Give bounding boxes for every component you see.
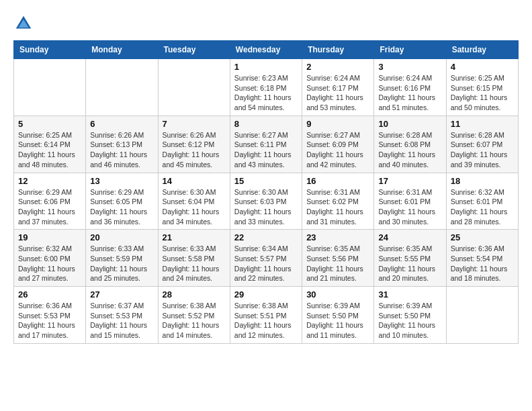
calendar-cell: 13Sunrise: 6:29 AM Sunset: 6:05 PM Dayli… [86, 173, 158, 230]
calendar-cell: 21Sunrise: 6:33 AM Sunset: 5:58 PM Dayli… [158, 230, 230, 287]
day-number: 2 [306, 62, 369, 72]
calendar-cell: 9Sunrise: 6:27 AM Sunset: 6:09 PM Daylig… [302, 116, 374, 173]
calendar-cell: 23Sunrise: 6:35 AM Sunset: 5:56 PM Dayli… [302, 230, 374, 287]
day-number: 14 [163, 176, 226, 186]
day-info: Sunrise: 6:39 AM Sunset: 5:50 PM Dayligh… [378, 301, 441, 340]
day-info: Sunrise: 6:30 AM Sunset: 6:04 PM Dayligh… [163, 187, 226, 227]
day-info: Sunrise: 6:26 AM Sunset: 6:13 PM Dayligh… [90, 130, 153, 170]
day-info: Sunrise: 6:23 AM Sunset: 6:18 PM Dayligh… [234, 73, 298, 113]
calendar-cell: 1Sunrise: 6:23 AM Sunset: 6:18 PM Daylig… [230, 59, 302, 116]
logo [13, 13, 36, 34]
day-info: Sunrise: 6:37 AM Sunset: 5:53 PM Dayligh… [90, 301, 153, 340]
day-number: 13 [90, 176, 153, 186]
day-number: 19 [18, 232, 81, 242]
calendar-cell: 16Sunrise: 6:31 AM Sunset: 6:02 PM Dayli… [302, 173, 374, 230]
calendar-cell: 18Sunrise: 6:32 AM Sunset: 6:01 PM Dayli… [446, 173, 518, 230]
day-info: Sunrise: 6:35 AM Sunset: 5:55 PM Dayligh… [378, 244, 441, 283]
calendar-cell: 11Sunrise: 6:28 AM Sunset: 6:07 PM Dayli… [446, 116, 518, 173]
day-info: Sunrise: 6:36 AM Sunset: 5:53 PM Dayligh… [18, 301, 81, 340]
day-number: 20 [90, 232, 153, 242]
weekday-header: Friday [374, 41, 446, 59]
calendar-cell: 26Sunrise: 6:36 AM Sunset: 5:53 PM Dayli… [14, 287, 86, 344]
day-info: Sunrise: 6:28 AM Sunset: 6:08 PM Dayligh… [378, 130, 441, 170]
day-info: Sunrise: 6:39 AM Sunset: 5:50 PM Dayligh… [306, 301, 369, 340]
day-number: 27 [90, 289, 153, 300]
day-info: Sunrise: 6:29 AM Sunset: 6:06 PM Dayligh… [18, 187, 81, 227]
day-info: Sunrise: 6:32 AM Sunset: 6:01 PM Dayligh… [451, 187, 514, 227]
day-number: 29 [234, 289, 298, 300]
calendar-table: SundayMondayTuesdayWednesdayThursdayFrid… [13, 40, 519, 344]
day-info: Sunrise: 6:27 AM Sunset: 6:11 PM Dayligh… [234, 130, 298, 170]
weekday-header: Monday [86, 41, 158, 59]
day-number: 24 [378, 232, 441, 242]
day-info: Sunrise: 6:24 AM Sunset: 6:16 PM Dayligh… [378, 73, 441, 113]
day-number: 9 [306, 119, 369, 129]
day-info: Sunrise: 6:32 AM Sunset: 6:00 PM Dayligh… [18, 244, 81, 283]
day-number: 18 [451, 176, 514, 186]
day-info: Sunrise: 6:31 AM Sunset: 6:02 PM Dayligh… [306, 187, 369, 227]
weekday-header: Sunday [14, 41, 86, 59]
calendar-cell: 14Sunrise: 6:30 AM Sunset: 6:04 PM Dayli… [158, 173, 230, 230]
day-info: Sunrise: 6:33 AM Sunset: 5:59 PM Dayligh… [90, 244, 153, 283]
day-info: Sunrise: 6:38 AM Sunset: 5:51 PM Dayligh… [234, 301, 298, 340]
day-info: Sunrise: 6:30 AM Sunset: 6:03 PM Dayligh… [234, 187, 298, 227]
day-number: 4 [451, 62, 514, 72]
day-number: 7 [163, 119, 226, 129]
calendar-cell: 25Sunrise: 6:36 AM Sunset: 5:54 PM Dayli… [446, 230, 518, 287]
calendar-cell: 27Sunrise: 6:37 AM Sunset: 5:53 PM Dayli… [86, 287, 158, 344]
calendar-week-row: 19Sunrise: 6:32 AM Sunset: 6:00 PM Dayli… [14, 230, 519, 287]
calendar-cell: 28Sunrise: 6:38 AM Sunset: 5:52 PM Dayli… [158, 287, 230, 344]
day-info: Sunrise: 6:29 AM Sunset: 6:05 PM Dayligh… [90, 187, 153, 227]
day-number: 26 [18, 289, 81, 300]
day-number: 16 [306, 176, 369, 186]
day-info: Sunrise: 6:38 AM Sunset: 5:52 PM Dayligh… [163, 301, 226, 340]
calendar-cell: 22Sunrise: 6:34 AM Sunset: 5:57 PM Dayli… [230, 230, 302, 287]
day-number: 8 [234, 119, 298, 129]
calendar-cell: 12Sunrise: 6:29 AM Sunset: 6:06 PM Dayli… [14, 173, 86, 230]
day-number: 28 [163, 289, 226, 300]
day-number: 10 [378, 119, 441, 129]
day-number: 25 [451, 232, 514, 242]
day-number: 3 [378, 62, 441, 72]
day-number: 1 [234, 62, 298, 72]
calendar-cell: 15Sunrise: 6:30 AM Sunset: 6:03 PM Dayli… [230, 173, 302, 230]
day-info: Sunrise: 6:25 AM Sunset: 6:15 PM Dayligh… [451, 73, 514, 113]
calendar-week-row: 12Sunrise: 6:29 AM Sunset: 6:06 PM Dayli… [14, 173, 519, 230]
day-info: Sunrise: 6:31 AM Sunset: 6:01 PM Dayligh… [378, 187, 441, 227]
day-number: 30 [306, 289, 369, 300]
calendar-cell: 5Sunrise: 6:25 AM Sunset: 6:14 PM Daylig… [14, 116, 86, 173]
day-number: 31 [378, 289, 441, 300]
calendar-week-row: 5Sunrise: 6:25 AM Sunset: 6:14 PM Daylig… [14, 116, 519, 173]
calendar-header-row: SundayMondayTuesdayWednesdayThursdayFrid… [14, 41, 519, 59]
day-info: Sunrise: 6:24 AM Sunset: 6:17 PM Dayligh… [306, 73, 369, 113]
weekday-header: Thursday [302, 41, 374, 59]
calendar-cell [86, 59, 158, 116]
day-number: 21 [163, 232, 226, 242]
calendar-cell: 24Sunrise: 6:35 AM Sunset: 5:55 PM Dayli… [374, 230, 446, 287]
calendar-cell: 30Sunrise: 6:39 AM Sunset: 5:50 PM Dayli… [302, 287, 374, 344]
calendar-cell [446, 287, 518, 344]
day-number: 23 [306, 232, 369, 242]
day-number: 22 [234, 232, 298, 242]
calendar-cell: 6Sunrise: 6:26 AM Sunset: 6:13 PM Daylig… [86, 116, 158, 173]
day-info: Sunrise: 6:26 AM Sunset: 6:12 PM Dayligh… [163, 130, 226, 170]
day-number: 11 [451, 119, 514, 129]
calendar-cell: 19Sunrise: 6:32 AM Sunset: 6:00 PM Dayli… [14, 230, 86, 287]
calendar-cell: 10Sunrise: 6:28 AM Sunset: 6:08 PM Dayli… [374, 116, 446, 173]
calendar-week-row: 1Sunrise: 6:23 AM Sunset: 6:18 PM Daylig… [14, 59, 519, 116]
calendar-week-row: 26Sunrise: 6:36 AM Sunset: 5:53 PM Dayli… [14, 287, 519, 344]
logo-icon [13, 13, 34, 34]
day-info: Sunrise: 6:28 AM Sunset: 6:07 PM Dayligh… [451, 130, 514, 170]
calendar-cell: 31Sunrise: 6:39 AM Sunset: 5:50 PM Dayli… [374, 287, 446, 344]
day-number: 15 [234, 176, 298, 186]
day-number: 12 [18, 176, 81, 186]
calendar-cell: 2Sunrise: 6:24 AM Sunset: 6:17 PM Daylig… [302, 59, 374, 116]
day-info: Sunrise: 6:35 AM Sunset: 5:56 PM Dayligh… [306, 244, 369, 283]
weekday-header: Tuesday [158, 41, 230, 59]
day-number: 6 [90, 119, 153, 129]
day-info: Sunrise: 6:36 AM Sunset: 5:54 PM Dayligh… [451, 244, 514, 283]
calendar-cell: 4Sunrise: 6:25 AM Sunset: 6:15 PM Daylig… [446, 59, 518, 116]
day-info: Sunrise: 6:34 AM Sunset: 5:57 PM Dayligh… [234, 244, 298, 283]
day-number: 5 [18, 119, 81, 129]
weekday-header: Wednesday [230, 41, 302, 59]
